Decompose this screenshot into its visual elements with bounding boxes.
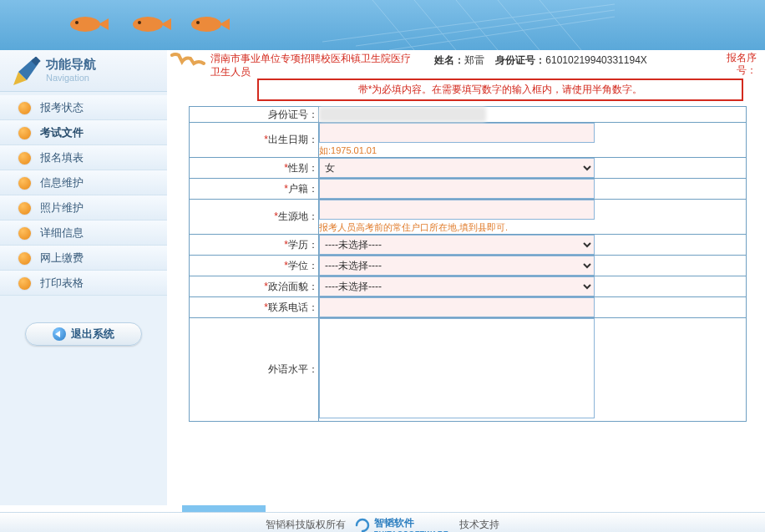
user-info: 姓名：郑雷 身份证号：61010219940331194X xyxy=(419,52,715,79)
field-label: 身份证号： xyxy=(268,109,318,120)
huji-input[interactable] xyxy=(319,179,595,199)
id-value: 61010219940331194X xyxy=(545,54,646,66)
seq-label: 报名序号： xyxy=(715,52,757,79)
content-pane: 渭南市事业单位专项招聘校医和镇卫生院医疗卫生人员 姓名：郑雷 身份证号：6101… xyxy=(167,50,765,505)
birth-input[interactable] xyxy=(319,123,595,143)
row-zzmm: *政治面貌： ----未选择---- xyxy=(190,276,747,297)
id-masked xyxy=(319,107,486,122)
bullet-icon xyxy=(18,177,31,190)
svg-line-10 xyxy=(356,10,615,46)
phone-input[interactable] xyxy=(319,297,595,317)
field-label: 性别： xyxy=(288,162,318,174)
xueli-select[interactable]: ----未选择---- xyxy=(319,235,595,255)
svg-marker-4 xyxy=(161,18,171,30)
nav-subtitle: Navigation xyxy=(46,73,167,83)
field-label: 学位： xyxy=(288,260,318,271)
brand-logo: 智韬软件 ZHITAOSOFTWARE xyxy=(354,513,448,532)
row-shengyuan: *生源地： 报考人员高考前的常住户口所在地,填到县即可. xyxy=(190,200,747,235)
field-label: 政治面貌： xyxy=(268,281,318,292)
nav-item-label: 信息维护 xyxy=(40,176,84,189)
nav-item-zhaopian[interactable]: 照片维护 xyxy=(0,195,167,220)
field-label: 学历： xyxy=(288,239,318,251)
footer: 智韬科技版权所有 智韬软件 ZHITAOSOFTWARE 技术支持 xyxy=(0,512,765,532)
field-label: 出生日期： xyxy=(268,134,318,145)
nav-item-label: 考试文件 xyxy=(40,126,84,139)
bullet-icon xyxy=(18,152,31,165)
field-label: 联系电话： xyxy=(268,301,318,313)
nav-item-label: 报考状态 xyxy=(40,101,84,114)
svg-point-5 xyxy=(138,21,141,24)
nav-item-label: 网上缴费 xyxy=(40,251,84,264)
row-phone: *联系电话： xyxy=(190,297,747,318)
brand-cn: 智韬软件 xyxy=(374,517,414,529)
gender-select[interactable]: 女 xyxy=(319,158,595,178)
svg-line-14 xyxy=(456,0,498,50)
breadcrumb-icon xyxy=(170,52,205,73)
row-gender: *性别： 女 xyxy=(190,158,747,179)
arrow-left-icon xyxy=(53,327,66,341)
nav-item-label: 报名填表 xyxy=(40,151,84,164)
xuewei-select[interactable]: ----未选择---- xyxy=(319,256,595,276)
field-label: 户籍： xyxy=(288,183,318,195)
shengyuan-input[interactable] xyxy=(319,200,595,220)
copyright: 智韬科技版权所有 xyxy=(266,519,346,530)
nav-item-baoming[interactable]: 报名填表 xyxy=(0,145,167,170)
bullet-icon xyxy=(18,252,31,265)
header-banner xyxy=(0,0,765,50)
name-label: 姓名： xyxy=(434,54,464,66)
field-label: 生源地： xyxy=(278,210,318,222)
svg-point-8 xyxy=(196,21,200,24)
nav-item-label: 打印表格 xyxy=(40,276,84,289)
svg-line-16 xyxy=(540,0,581,50)
nav-title: 功能导航 xyxy=(46,57,167,73)
zzmm-select[interactable]: ----未选择---- xyxy=(319,276,595,296)
row-lang: 外语水平： xyxy=(190,318,747,422)
fish-decor-icon xyxy=(129,15,171,33)
svg-marker-1 xyxy=(99,18,109,30)
row-xueli: *学历： ----未选择---- xyxy=(190,235,747,256)
svg-point-0 xyxy=(70,17,100,32)
top-info-bar: 渭南市事业单位专项招聘校医和镇卫生院医疗卫生人员 姓名：郑雷 身份证号：6101… xyxy=(167,50,765,79)
bullet-icon xyxy=(18,227,31,240)
pen-icon xyxy=(10,57,42,89)
fish-decor-icon xyxy=(188,15,230,33)
svg-point-2 xyxy=(75,21,79,24)
row-huji: *户籍： xyxy=(190,179,747,200)
logout-label: 退出系统 xyxy=(71,327,114,342)
sidebar: 功能导航 Navigation 报考状态 考试文件 报名填表 信息维护 照片维护… xyxy=(0,50,167,505)
fish-decor-icon xyxy=(67,15,109,33)
form-scroll[interactable]: 身份证号： *出生日期： 如:1975.01.01 *性别： 女 *户籍： *生… xyxy=(189,106,747,515)
name-value: 郑雷 xyxy=(464,54,484,66)
id-label: 身份证号： xyxy=(495,54,545,66)
exam-title: 渭南市事业单位专项招聘校医和镇卫生院医疗卫生人员 xyxy=(210,52,419,79)
nav-item-label: 照片维护 xyxy=(40,201,84,214)
support: 技术支持 xyxy=(459,519,499,530)
nav-item-kaoshi[interactable]: 考试文件 xyxy=(0,120,167,145)
nav-header: 功能导航 Navigation xyxy=(0,50,167,92)
shengyuan-hint: 报考人员高考前的常住户口所在地,填到县即可. xyxy=(319,221,746,234)
nav-list: 报考状态 考试文件 报名填表 信息维护 照片维护 详细信息 网上缴费 打印表格 xyxy=(0,92,167,299)
row-id: 身份证号： xyxy=(190,107,747,123)
bullet-icon xyxy=(18,202,31,215)
bullet-icon xyxy=(18,102,31,114)
nav-item-label: 详细信息 xyxy=(40,226,84,239)
birth-hint: 如:1975.01.01 xyxy=(319,144,746,157)
bullet-icon xyxy=(18,277,31,290)
row-birth: *出生日期： 如:1975.01.01 xyxy=(190,123,747,158)
svg-marker-7 xyxy=(220,18,230,30)
svg-point-6 xyxy=(191,17,221,32)
nav-item-jiaofei[interactable]: 网上缴费 xyxy=(0,246,167,271)
nav-item-xiangxi[interactable]: 详细信息 xyxy=(0,220,167,246)
nav-item-dayin[interactable]: 打印表格 xyxy=(0,271,167,296)
notice-box: 带*为必填内容。在需要填写数字的输入框内，请使用半角数字。 xyxy=(257,79,743,101)
svg-line-11 xyxy=(389,17,615,50)
logout-button[interactable]: 退出系统 xyxy=(25,322,142,346)
bullet-icon xyxy=(18,127,31,139)
nav-item-baokao[interactable]: 报考状态 xyxy=(0,95,167,120)
keyboard-decor xyxy=(322,0,615,50)
svg-point-3 xyxy=(133,17,163,32)
nav-item-xinxi[interactable]: 信息维护 xyxy=(0,170,167,195)
lang-textarea[interactable] xyxy=(319,318,595,418)
form-table: 身份证号： *出生日期： 如:1975.01.01 *性别： 女 *户籍： *生… xyxy=(189,106,747,422)
field-label: 外语水平： xyxy=(268,363,318,375)
